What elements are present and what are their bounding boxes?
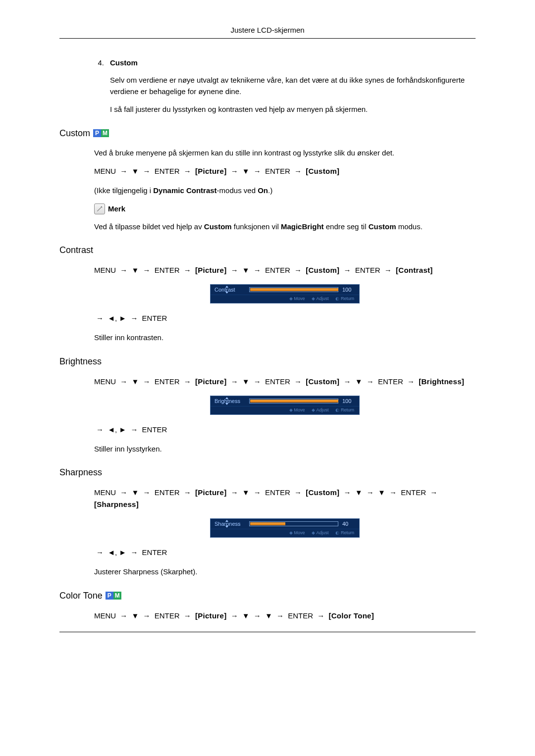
custom-description: Ved å bruke menyene på skjermen kan du s… xyxy=(94,148,476,159)
note-label: Merk xyxy=(108,204,125,213)
page-header-title: Justere LCD-skjermen xyxy=(0,20,535,38)
custom-menu-path: MENU → ▼ → ENTER → [Picture] → ▼ → ENTER… xyxy=(94,165,476,177)
brightness-menu-path-2: → ◄, ► → ENTER xyxy=(94,424,476,436)
osd-contrast: Contrast 100 Move Adjust Return xyxy=(210,284,360,303)
osd-hint-return: Return xyxy=(335,407,354,412)
osd-value: 100 xyxy=(342,287,355,293)
custom-note-paragraph: Ved å tilpasse bildet ved hjelp av Custo… xyxy=(94,221,476,233)
footer-rule xyxy=(59,632,476,632)
intro-paragraph-1: Selv om verdiene er nøye utvalgt av tekn… xyxy=(110,75,476,97)
heading-text: Custom xyxy=(59,128,90,139)
osd-value: 40 xyxy=(342,521,355,527)
osd-slider-fill xyxy=(250,522,285,525)
osd-slider xyxy=(249,399,338,403)
brightness-menu-path: MENU → ▼ → ENTER → [Picture] → ▼ → ENTER… xyxy=(94,376,476,388)
osd-slider-fill xyxy=(250,400,338,403)
contrast-menu-path: MENU → ▼ → ENTER → [Picture] → ▼ → ENTER… xyxy=(94,264,476,276)
section-heading-brightness: Brightness xyxy=(59,356,476,367)
osd-hint-adjust: Adjust xyxy=(312,296,328,301)
osd-slider xyxy=(249,287,338,292)
sharpness-description: Justerer Sharpness (Skarphet). xyxy=(94,566,476,578)
osd-hint-adjust: Adjust xyxy=(312,530,328,535)
osd-slider-fill xyxy=(250,288,338,291)
pm-badge-icon: PM xyxy=(106,592,121,600)
osd-label: Brightness xyxy=(214,398,249,404)
pm-badge-icon: PM xyxy=(93,129,109,137)
section-heading-color-tone: Color Tone PM xyxy=(59,591,476,601)
osd-label: Contrast xyxy=(214,287,249,293)
osd-hint-move: Move xyxy=(289,530,305,535)
header-rule xyxy=(59,38,476,39)
osd-hint-adjust: Adjust xyxy=(312,407,328,412)
osd-value: 100 xyxy=(342,398,355,404)
section-heading-contrast: Contrast xyxy=(59,245,476,255)
contrast-description: Stiller inn kontrasten. xyxy=(94,332,476,344)
list-item-custom: 4. Custom xyxy=(59,58,476,67)
osd-hint-move: Move xyxy=(289,407,305,412)
colortone-menu-path: MENU → ▼ → ENTER → [Picture] → ▼ → ▼ → E… xyxy=(94,610,476,622)
contrast-menu-path-2: → ◄, ► → ENTER xyxy=(94,312,476,324)
sharpness-menu-path-2: → ◄, ► → ENTER xyxy=(94,547,476,558)
note-icon xyxy=(94,203,105,214)
osd-sharpness: Sharpness 40 Move Adjust Return xyxy=(210,518,360,538)
osd-slider xyxy=(249,521,338,526)
sharpness-menu-path: MENU → ▼ → ENTER → [Picture] → ▼ → ENTER… xyxy=(94,487,476,510)
custom-unavailable-note: (Ikke tilgjengelig i Dynamic Contrast-mo… xyxy=(94,185,476,197)
section-heading-custom: Custom PM xyxy=(59,128,476,139)
osd-hint-return: Return xyxy=(335,296,354,301)
osd-label: Sharpness xyxy=(214,521,249,527)
osd-brightness: Brightness 100 Move Adjust Return xyxy=(210,396,360,415)
list-number: 4. xyxy=(59,58,110,67)
osd-hint-move: Move xyxy=(289,296,305,301)
intro-paragraph-2: I så fall justerer du lysstyrken og kont… xyxy=(110,104,476,115)
osd-hint-return: Return xyxy=(335,530,354,535)
brightness-description: Stiller inn lysstyrken. xyxy=(94,444,476,455)
section-heading-sharpness: Sharpness xyxy=(59,467,476,478)
list-item-title: Custom xyxy=(110,58,138,67)
note-row: Merk xyxy=(94,203,476,214)
